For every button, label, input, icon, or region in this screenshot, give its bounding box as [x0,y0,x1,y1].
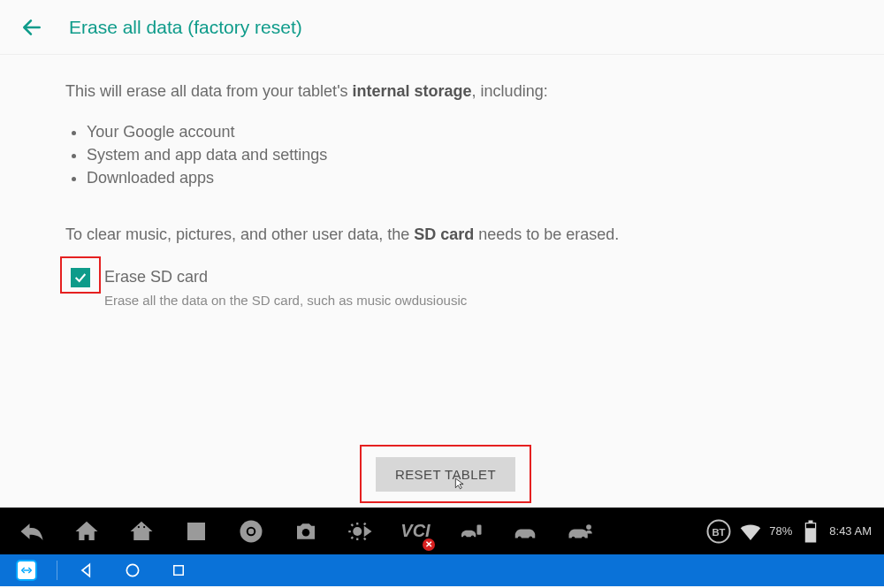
nav-home-button[interactable] [123,561,142,580]
battery-percent: 78% [769,524,792,538]
intro-before: This will erase all data from your table… [65,82,353,100]
erase-sd-label: Erase SD card [104,265,467,288]
nav-back-button[interactable] [77,561,96,580]
svg-rect-20 [809,520,813,523]
erase-sd-text: Erase SD card Erase all the data on the … [104,265,467,309]
car-key-icon[interactable] [454,515,486,547]
sd-note-bold: SD card [414,225,474,243]
teamviewer-icon[interactable] [16,560,37,581]
home-icon[interactable] [71,515,103,547]
android-home-icon[interactable] [126,515,157,547]
intro-after: , including: [472,82,548,100]
svg-point-11 [471,535,475,538]
reply-icon[interactable] [16,515,48,547]
nav-divider [57,561,57,580]
bullet-item: Your Google account [87,120,819,143]
erase-sd-checkbox[interactable] [71,268,90,287]
app-header: Erase all data (factory reset) [0,0,884,55]
bullet-item: System and app data and settings [87,143,819,166]
erase-sd-subtext: Erase all the data on the SD card, such … [104,291,467,310]
erase-sd-row: Erase SD card Erase all the data on the … [65,262,819,317]
car-user-icon[interactable] [564,515,596,547]
battery-icon [797,518,824,545]
svg-point-12 [518,536,522,539]
reset-tablet-button[interactable]: RESET TABLET [376,457,515,492]
page-title: Erase all data (factory reset) [69,17,302,38]
svg-point-1 [138,525,140,527]
svg-point-15 [582,536,585,539]
svg-point-14 [572,536,575,539]
system-navbar [0,554,884,586]
status-bar: BT 78% 8:43 AM [705,518,884,545]
svg-point-16 [586,524,591,530]
svg-point-8 [353,527,362,536]
camera-icon[interactable] [290,515,322,547]
vci-status-icon[interactable]: VCI ✕ [400,515,431,547]
sd-note-after: needs to be erased. [474,225,619,243]
svg-rect-21 [806,523,815,528]
brightness-icon[interactable] [345,515,377,547]
svg-rect-24 [174,566,184,576]
back-arrow-button[interactable] [16,11,48,43]
bullet-item: Downloaded apps [87,166,819,189]
svg-point-23 [126,564,138,576]
chrome-icon[interactable] [235,515,267,547]
nav-recent-button[interactable] [169,561,188,580]
intro-bold: internal storage [353,82,472,100]
intro-text: This will erase all data from your table… [65,80,819,103]
clock-time: 8:43 AM [829,524,872,538]
sd-note: To clear music, pictures, and other user… [65,223,819,246]
main-content: This will erase all data from your table… [0,55,884,317]
svg-point-2 [143,525,145,527]
svg-text:BT: BT [713,527,726,538]
highlight-box-reset: RESET TABLET [360,445,531,503]
wifi-icon [737,518,764,545]
sd-note-before: To clear music, pictures, and other user… [65,225,414,243]
bt-status-icon: BT [705,518,732,545]
svg-point-10 [463,535,467,538]
svg-point-6 [248,528,255,534]
vci-error-badge: ✕ [423,538,435,551]
svg-rect-3 [187,523,205,540]
app-dock: VCI ✕ BT 78% 8:43 AM [0,508,884,554]
recent-apps-icon[interactable] [180,515,212,547]
svg-point-7 [302,529,310,537]
car-icon[interactable] [509,515,541,547]
svg-point-13 [529,536,532,539]
bullet-list: Your Google account System and app data … [81,120,819,189]
svg-rect-9 [477,524,482,534]
